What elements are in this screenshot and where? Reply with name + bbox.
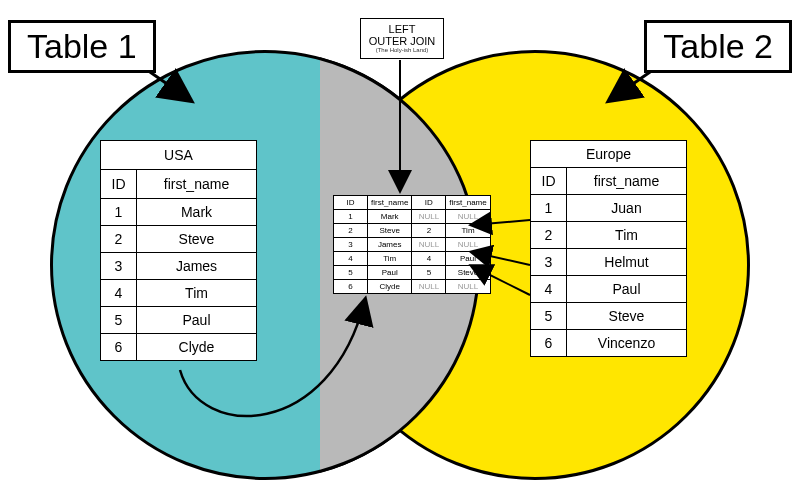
join-type-label: LEFT OUTER JOIN (The Holy-ish Land) (360, 18, 444, 59)
usa-col-name: first_name (137, 170, 257, 199)
table-row: 3JamesNULLNULL (334, 238, 491, 252)
join-col-0: ID (334, 196, 368, 210)
table-row: 5Steve (531, 303, 687, 330)
table-row: 2Steve2Tim (334, 224, 491, 238)
table-row: 2Tim (531, 222, 687, 249)
join-result-table: ID first_name ID first_name 1MarkNULLNUL… (333, 195, 491, 294)
usa-table: USA ID first_name 1Mark 2Steve 3James 4T… (100, 140, 257, 361)
table-row: 6Vincenzo (531, 330, 687, 357)
join-col-3: first_name (446, 196, 490, 210)
europe-table: Europe ID first_name 1Juan 2Tim 3Helmut … (530, 140, 687, 357)
table-row: 1MarkNULLNULL (334, 210, 491, 224)
table-row: 2Steve (101, 226, 257, 253)
join-line1: LEFT (363, 23, 441, 35)
table-row: 4Tim (101, 280, 257, 307)
join-line2: OUTER JOIN (363, 35, 441, 47)
table-row: 3James (101, 253, 257, 280)
table2-label: Table 2 (644, 20, 792, 73)
usa-col-id: ID (101, 170, 137, 199)
table1-label: Table 1 (8, 20, 156, 73)
europe-title: Europe (531, 141, 687, 168)
table-row: 1Mark (101, 199, 257, 226)
table-row: 6ClydeNULLNULL (334, 280, 491, 294)
table-row: 1Juan (531, 195, 687, 222)
europe-col-id: ID (531, 168, 567, 195)
table-row: 3Helmut (531, 249, 687, 276)
join-line3: (The Holy-ish Land) (363, 47, 441, 54)
table-row: 4Paul (531, 276, 687, 303)
join-col-2: ID (412, 196, 446, 210)
table-row: 5Paul5Steve (334, 266, 491, 280)
europe-col-name: first_name (567, 168, 687, 195)
table-row: 6Clyde (101, 334, 257, 361)
diagram-stage: Table 1 Table 2 LEFT OUTER JOIN (The Hol… (0, 0, 800, 500)
usa-title: USA (101, 141, 257, 170)
table-row: 4Tim4Paul (334, 252, 491, 266)
table-row: 5Paul (101, 307, 257, 334)
join-col-1: first_name (368, 196, 412, 210)
